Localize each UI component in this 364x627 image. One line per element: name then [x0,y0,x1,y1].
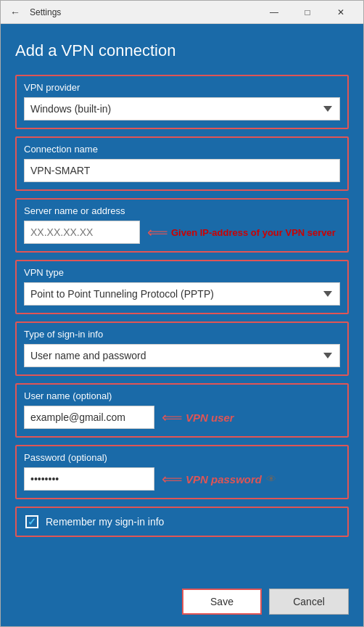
remember-group[interactable]: Remember my sign-in info [15,507,349,537]
vpn-password-label: VPN password [186,473,262,485]
cancel-button[interactable]: Cancel [269,589,349,615]
back-icon: ← [10,7,20,18]
window: ← Settings — □ ✕ Add a VPN connection VP… [0,0,364,627]
username-input[interactable] [24,406,154,429]
show-password-icon[interactable]: 👁 [266,473,276,485]
vpn-provider-select[interactable]: Windows (built-in) [24,97,340,120]
arrow-icon-user: ⟸ [162,410,183,425]
connection-name-group: Connection name [15,136,349,191]
arrow-icon: ⟸ [147,225,168,239]
vpn-type-group: VPN type Point to Point Tunneling Protoc… [15,260,349,314]
username-label: User name (optional) [24,390,340,401]
sign-in-type-label: Type of sign-in info [24,329,340,340]
window-controls: — □ ✕ [257,1,357,24]
vpn-user-label: VPN user [186,411,234,424]
server-label: Server name or address [24,205,340,216]
remember-label: Remember my sign-in info [46,516,164,528]
vpn-type-label: VPN type [24,267,340,278]
vpn-type-select[interactable]: Point to Point Tunneling Protocol (PPTP) [24,282,340,306]
user-row: ⟸ VPN user [24,406,340,429]
username-group: User name (optional) ⟸ VPN user [15,383,349,438]
title-bar: ← Settings — □ ✕ [1,1,363,24]
password-input[interactable] [24,467,154,491]
connection-name-input[interactable] [24,159,340,182]
main-content: Add a VPN connection VPN provider Window… [1,24,363,626]
footer-buttons: Save Cancel [15,583,349,615]
save-button[interactable]: Save [182,589,262,615]
server-group: Server name or address ⟸ Given IP-addres… [15,198,349,253]
sign-in-type-select[interactable]: User name and password [24,344,340,367]
connection-name-label: Connection name [24,144,340,155]
vpn-provider-label: VPN provider [24,82,340,93]
vpn-provider-group: VPN provider Windows (built-in) [15,75,349,129]
server-input[interactable] [24,221,140,244]
close-button[interactable]: ✕ [324,1,357,24]
password-annotation: ⟸ VPN password 👁 [162,472,276,486]
password-row: ⟸ VPN password 👁 [24,467,340,491]
maximize-button[interactable]: □ [291,1,324,24]
page-title: Add a VPN connection [15,41,349,60]
arrow-icon-pwd: ⟸ [162,472,183,486]
minimize-button[interactable]: — [257,1,291,24]
password-label: Password (optional) [24,452,340,463]
window-title: Settings [30,7,257,17]
remember-checkbox[interactable] [25,515,38,528]
server-annotation: ⟸ Given IP-address of your VPN server [147,225,340,239]
back-button[interactable]: ← [7,4,24,21]
username-annotation: ⟸ VPN user [162,410,234,425]
server-row: ⟸ Given IP-address of your VPN server [24,221,340,244]
password-group: Password (optional) ⟸ VPN password 👁 [15,445,349,499]
server-annotation-text: Given IP-address of your VPN server [171,227,336,238]
sign-in-type-group: Type of sign-in info User name and passw… [15,321,349,376]
